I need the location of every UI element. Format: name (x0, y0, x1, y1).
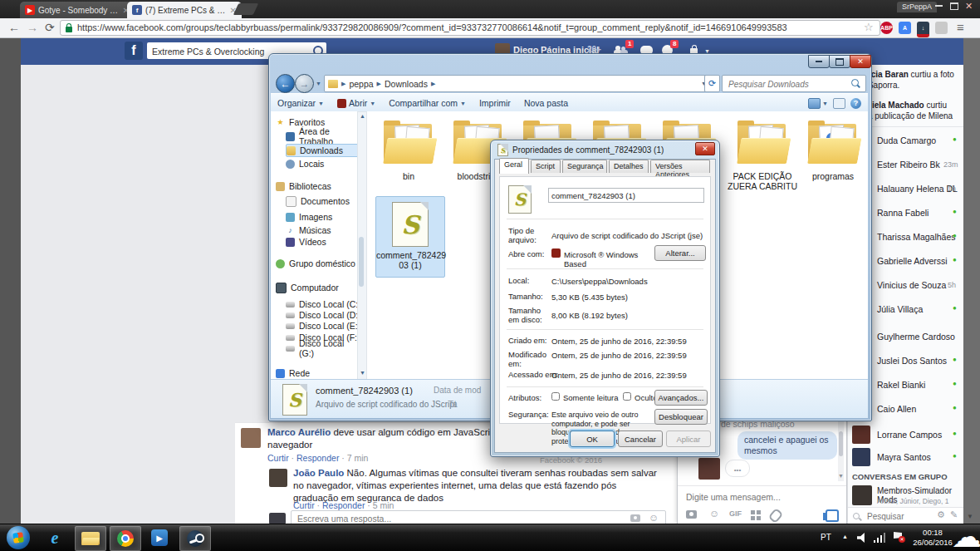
menu-icon[interactable]: ≡ (957, 20, 964, 34)
apply-button[interactable]: Aplicar (666, 430, 711, 447)
minimize-button[interactable] (808, 55, 830, 68)
refresh-button[interactable]: ⟳ (704, 75, 720, 92)
cloud-icon[interactable]: ☁ (952, 519, 980, 551)
sidebar-item-locais[interactable]: Locais (286, 158, 324, 170)
new-folder-button[interactable]: Nova pasta (517, 98, 575, 108)
forward-button[interactable]: → (295, 74, 314, 93)
contact-row[interactable]: Lorrane Campos ● (848, 426, 964, 447)
taskbar-steam[interactable] (179, 526, 211, 551)
folder-label[interactable]: programas (796, 171, 870, 181)
bookmark-star-icon[interactable]: ☆ (864, 21, 874, 33)
folder-label[interactable]: bin (372, 171, 445, 181)
tab-versoes[interactable]: Versões Anteriores (650, 160, 710, 173)
preview-pane-button[interactable] (833, 98, 845, 109)
print-button[interactable]: Imprimir (473, 98, 517, 108)
help-button[interactable]: ? (850, 98, 861, 109)
group-chat-row[interactable]: Membros-Simulador Mods Arthut, Júnior, D… (848, 484, 964, 507)
organize-button[interactable]: Organizar▼ (271, 98, 331, 108)
ok-button[interactable]: OK (570, 430, 615, 447)
extension-icon[interactable] (935, 22, 948, 34)
sidebar-item-computador[interactable]: Computador (276, 282, 339, 293)
back-button[interactable]: ← (276, 74, 295, 93)
speaker-icon[interactable] (857, 533, 868, 543)
reload-icon[interactable]: ⟳ (45, 21, 55, 34)
folder-programas[interactable] (806, 119, 860, 164)
nav-scrollbar[interactable]: ▲ ▼ (357, 111, 367, 381)
breadcrumb[interactable]: ▶ peppa ▶ Downloads ▶ ▼ (324, 75, 711, 92)
scroll-down-icon[interactable]: ▼ (838, 473, 844, 479)
selected-file-tile[interactable]: S comment_782429 03 (1) (375, 196, 445, 278)
like-link[interactable]: Curtir (267, 453, 289, 463)
scroll-down-icon[interactable]: ▼ (360, 370, 365, 376)
sidebar-item-downloads[interactable]: Downloads (286, 144, 359, 157)
stickers-icon[interactable] (751, 510, 755, 514)
settings-gear-icon[interactable]: ⚙ (937, 509, 945, 520)
new-tab-button[interactable] (233, 3, 259, 15)
tab-script[interactable]: Script (531, 160, 561, 173)
gif-button[interactable]: GIF (729, 509, 742, 518)
window-close-icon[interactable]: ✕ (965, 1, 973, 12)
window-maximize-icon[interactable] (950, 2, 958, 10)
cancel-button[interactable]: Cancelar (618, 430, 663, 447)
reply-link[interactable]: Responder (296, 453, 339, 463)
browser-tab[interactable]: ▶ Gotye - Somebody That I ✕ (20, 2, 135, 18)
reply-link[interactable]: Responder (322, 500, 365, 510)
sidebar-item-rede[interactable]: Rede (276, 367, 310, 379)
change-button[interactable]: Alterar... (654, 245, 706, 261)
emoji-icon[interactable]: ☺ (709, 508, 719, 519)
scroll-up-icon[interactable]: ▲ (360, 113, 365, 119)
browser-tab-active[interactable]: f (7) Extreme PCs & Overclo ✕ (127, 2, 242, 18)
sidebar-item-area-de-trabalho[interactable]: Área de Trabalho (286, 130, 361, 142)
forward-icon[interactable]: → (27, 21, 38, 34)
readonly-checkbox[interactable] (551, 392, 560, 401)
advanced-button[interactable]: Avançados... (654, 390, 708, 406)
taskbar-ie[interactable]: e (40, 526, 70, 549)
avatar[interactable] (269, 469, 287, 487)
history-caret-icon[interactable]: ▼ (316, 81, 321, 86)
sidebar-item-disco-c[interactable]: Disco Local (C:) (286, 298, 361, 310)
tray-language[interactable]: PT (821, 533, 831, 542)
sidebar-item-grupo-domestico[interactable]: Grupo doméstico (276, 258, 355, 269)
sidebar-item-disco-d[interactable]: Disco Local (D:) (286, 309, 361, 321)
attachment-icon[interactable] (768, 508, 784, 524)
sidebar-item-musicas[interactable]: ♪Músicas (286, 224, 331, 236)
sidebar-item-bibliotecas[interactable]: Bibliotecas (276, 180, 331, 192)
filename-input[interactable] (548, 188, 704, 203)
folder-label[interactable]: PACK EDIÇÃO ZUERA CABRITU (724, 171, 801, 191)
tab-geral[interactable]: Geral (499, 158, 529, 174)
comment-time[interactable]: 7 min (347, 453, 369, 463)
taskbar-wmp[interactable]: ▶ (145, 526, 174, 549)
thumbs-up-icon[interactable] (826, 509, 839, 522)
sidebar-search-input[interactable] (865, 509, 935, 524)
contact-row[interactable]: Mayra Santos ● (848, 448, 964, 470)
avatar[interactable] (241, 428, 261, 448)
unblock-button[interactable]: Desbloquear (654, 409, 708, 425)
chat-message-input[interactable] (684, 490, 837, 504)
sidebar-item-documentos[interactable]: Documentos (286, 195, 350, 207)
tab-seguranca[interactable]: Segurança (562, 160, 607, 173)
maximize-button[interactable] (829, 55, 850, 68)
breadcrumb-user[interactable]: peppa (349, 79, 373, 89)
hidden-checkbox[interactable] (623, 392, 631, 401)
comment-author-link[interactable]: Marco Aurélio (267, 427, 331, 437)
taskbar-chrome[interactable] (110, 526, 141, 551)
like-link[interactable]: Curtir (293, 500, 315, 510)
facebook-logo[interactable]: f (125, 42, 143, 60)
translate-icon[interactable]: A (899, 22, 911, 34)
back-icon[interactable]: ← (8, 21, 20, 34)
adblock-icon[interactable]: ABP (880, 22, 893, 34)
folder-bin[interactable] (382, 119, 435, 164)
explorer-search-input[interactable] (727, 77, 846, 91)
start-button[interactable] (7, 526, 30, 549)
https-lock-icon[interactable] (66, 27, 72, 32)
folder-pack-edicao[interactable] (736, 119, 789, 164)
sidebar-item-videos[interactable]: Vídeos (286, 236, 326, 248)
tray-clock[interactable]: 00:18 26/06/2016 (910, 528, 955, 548)
comment-author-link[interactable]: João Paulo (293, 468, 344, 478)
share-button[interactable]: Compartilhar com▼ (382, 98, 473, 108)
window-minimize-icon[interactable] (935, 5, 943, 7)
download-manager-icon[interactable]: ↓ (917, 22, 929, 37)
emoji-icon[interactable]: ☺ (649, 512, 659, 524)
taskbar-explorer[interactable] (75, 526, 106, 551)
tab-detalhes[interactable]: Detalhes (609, 160, 649, 173)
